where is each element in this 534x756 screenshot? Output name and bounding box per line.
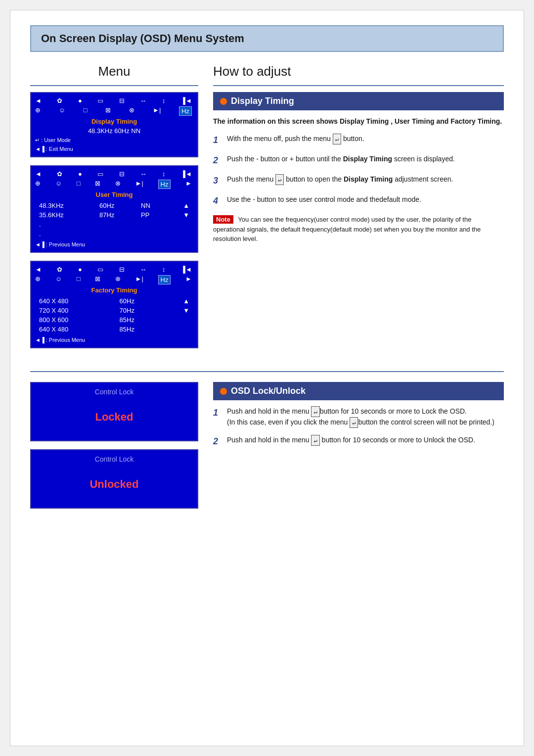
osd-screen-display-timing: ◄ ✿ ● ▭ ⊟ ↔ ↕ ▐◄ ⊕ ☺ □ ⊠ ⊗ ►| Hz	[30, 92, 198, 157]
control-lock-title-1: Control Lock	[95, 388, 134, 396]
dot-icon-lock	[220, 388, 227, 395]
osd-icons-row1: ◄ ✿ ● ▭ ⊟ ↔ ↕ ▐◄	[35, 170, 193, 178]
osd-nav-factory: ◄▐ : Previous Menu	[35, 336, 193, 343]
osd-lock-step-list: 1 Push and hold in the menu ↵button for …	[213, 406, 504, 448]
enter-button-icon: ↵	[311, 435, 319, 446]
table-row: 640 X 480 85Hz	[36, 325, 192, 333]
osd-icons-row2: ⊕ ☺ □ ⊠ ⊗ ►| Hz ►	[35, 275, 193, 284]
step-3: 3 Push the menu ↵ button to open the Dis…	[213, 174, 504, 188]
osd-lock-right-column: OSD Lock/Unlock 1 Push and hold in the m…	[213, 382, 504, 517]
table-row: 48.3KHz 60Hz NN ▲	[36, 201, 192, 210]
table-row: .	[36, 230, 192, 238]
osd-lock-title: OSD Lock/Unlock	[231, 386, 306, 396]
locked-status: Locked	[95, 411, 133, 424]
osd-title-factory-timing: Factory Timing	[35, 286, 193, 294]
display-timing-title: Display Timing	[231, 96, 294, 106]
control-lock-locked-box: Control Lock Locked	[30, 382, 198, 441]
osd-lock-step-2: 2 Push and hold in the menu ↵ button for…	[213, 435, 504, 448]
osd-nav-user: ◄▐ : Previous Menu	[35, 241, 193, 248]
osd-user-timing-table: 48.3KHz 60Hz NN ▲ 35.6KHz 87Hz PP ▼ .	[35, 200, 193, 239]
section-divider	[30, 371, 504, 372]
display-timing-title-bar: Display Timing	[213, 92, 504, 110]
step-2: 2 Push the - button or + button until th…	[213, 154, 504, 167]
enter-button-icon: ↵	[275, 174, 284, 185]
note-text: You can see the frequency(user control m…	[213, 216, 481, 242]
osd-lock-section: Control Lock Locked Control Lock Unlocke…	[30, 382, 504, 517]
osd-icons-row1: ◄ ✿ ● ▭ ⊟ ↔ ↕ ▐◄	[35, 97, 193, 104]
enter-button-icon: ↵	[350, 417, 358, 428]
dot-icon	[220, 98, 227, 105]
table-row: 720 X 400 70Hz ▼	[36, 306, 192, 315]
osd-screen-user-timing: ◄ ✿ ● ▭ ⊟ ↔ ↕ ▐◄ ⊕ ☺ □ ⊠ ⊗ ►| Hz	[30, 165, 198, 253]
page: On Screen Display (OSD) Menu System Menu…	[10, 10, 524, 746]
table-row: 800 X 600 85Hz	[36, 316, 192, 324]
divider	[213, 85, 504, 86]
osd-title-display-timing: Display Timing	[35, 118, 193, 125]
control-lock-unlocked-box: Control Lock Unlocked	[30, 449, 198, 509]
enter-button-icon: ↵	[311, 406, 319, 417]
osd-icons-row2: ⊕ ☺ □ ⊠ ⊗ ►| Hz ►	[35, 180, 193, 189]
section-header: On Screen Display (OSD) Menu System	[30, 25, 504, 52]
table-row: .	[36, 220, 192, 229]
note-label: Note	[213, 215, 233, 224]
control-lock-column: Control Lock Locked Control Lock Unlocke…	[30, 382, 198, 517]
osd-nav1: ↵ : User Mode	[35, 137, 193, 143]
intro-text: The information on this screen shows Dis…	[213, 116, 504, 127]
osd-icons-row2: ⊕ ☺ □ ⊠ ⊗ ►| Hz	[35, 106, 193, 116]
left-column: Menu ◄ ✿ ● ▭ ⊟ ↔ ↕ ▐◄ ⊕ ☺ □ ⊠	[30, 64, 198, 356]
section-title: On Screen Display (OSD) Menu System	[41, 32, 493, 45]
step-list: 1 With the menu off, push the menu ↵ but…	[213, 134, 504, 208]
menu-heading: Menu	[30, 64, 198, 79]
osd-screen-factory-timing: ◄ ✿ ● ▭ ⊟ ↔ ↕ ▐◄ ⊕ ☺ □ ⊠ ⊗ ►| Hz	[30, 261, 198, 348]
display-timing-section: Menu ◄ ✿ ● ▭ ⊟ ↔ ↕ ▐◄ ⊕ ☺ □ ⊠	[30, 64, 504, 356]
osd-lock-title-bar: OSD Lock/Unlock	[213, 382, 504, 400]
osd-icons-row1: ◄ ✿ ● ▭ ⊟ ↔ ↕ ▐◄	[35, 266, 193, 273]
enter-button-icon: ↵	[333, 134, 341, 144]
table-row: 640 X 480 60Hz ▲	[36, 297, 192, 305]
step-4: 4 Use the - button to see user control m…	[213, 194, 504, 208]
divider	[30, 85, 198, 86]
step-1: 1 With the menu off, push the menu ↵ but…	[213, 134, 504, 147]
table-row: 35.6KHz 87Hz PP ▼	[36, 211, 192, 219]
control-lock-title-2: Control Lock	[95, 455, 134, 463]
osd-nav2: ◄▐ : Exit Menu	[35, 145, 193, 152]
osd-factory-timing-table: 640 X 480 60Hz ▲ 720 X 400 70Hz ▼ 800 X …	[35, 296, 193, 334]
unlocked-status: Unlocked	[89, 478, 138, 491]
osd-title-user-timing: User Timing	[35, 191, 193, 198]
note-box: Note You can see the frequency(user cont…	[213, 215, 504, 244]
osd-lock-step-1: 1 Push and hold in the menu ↵button for …	[213, 406, 504, 428]
osd-data-display-timing: 48.3KHz 60Hz NN	[35, 127, 193, 135]
right-column: How to adjust Display Timing The informa…	[213, 64, 504, 356]
how-to-adjust-heading: How to adjust	[213, 64, 504, 79]
